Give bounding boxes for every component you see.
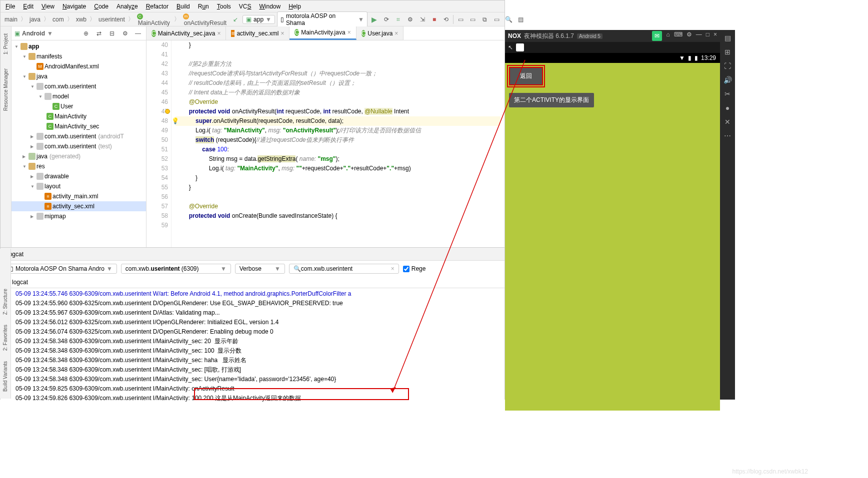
settings-icon[interactable]: ⚙ bbox=[686, 31, 692, 41]
bc-userintent[interactable]: userintent bbox=[98, 16, 126, 23]
profile-button[interactable]: ⚙ bbox=[406, 14, 416, 24]
tool-resource-manager[interactable]: Resource Manager bbox=[3, 66, 8, 113]
menu-window[interactable]: Window bbox=[257, 2, 282, 11]
volume-icon[interactable]: 🔊 bbox=[724, 76, 732, 84]
layout-inspector-button[interactable]: ⧉ bbox=[480, 14, 490, 24]
menu-tools[interactable]: Tools bbox=[215, 2, 233, 11]
tab-activity-sec-xml[interactable]: ≡activity_sec.xml× bbox=[226, 26, 290, 40]
menu-analyze[interactable]: Analyze bbox=[114, 2, 140, 11]
logcat-process-select[interactable]: com.xwb.userintent (6309)▼ bbox=[121, 264, 231, 274]
tree-res[interactable]: ▼res bbox=[12, 161, 146, 171]
tree-activity-main-xml[interactable]: ≡activity_main.xml bbox=[12, 191, 146, 201]
close-icon[interactable]: × bbox=[217, 30, 220, 37]
menu-run[interactable]: Run bbox=[196, 2, 211, 11]
menu-vcs[interactable]: VCS bbox=[237, 2, 254, 11]
run-config-select[interactable]: ▣ app ▼ bbox=[242, 15, 275, 24]
menu-help[interactable]: Help bbox=[286, 2, 303, 11]
sdk-button[interactable]: ▭ bbox=[468, 14, 478, 24]
emulator-titlebar[interactable]: NOX 夜神模拟器 6.6.1.7 Android 5 ✉ ⌂ ⌨ ⚙ — □ … bbox=[505, 30, 720, 42]
gutter[interactable]: 4041424344454647484950515253545556575859 bbox=[146, 40, 172, 247]
bc-java[interactable]: java bbox=[28, 16, 42, 23]
tree-java-generated[interactable]: ▶java(generated) bbox=[12, 151, 146, 161]
tool-build-variants[interactable]: Build Variants bbox=[2, 361, 8, 392]
tree-class-user[interactable]: CUser bbox=[12, 101, 146, 111]
tree-activity-sec-xml[interactable]: ≡activity_sec.xml bbox=[12, 201, 146, 211]
app-icon[interactable] bbox=[516, 43, 524, 51]
bc-method[interactable]: monActivityResult bbox=[182, 12, 228, 26]
tree-class-mainactivity-sec[interactable]: CMainActivity_sec bbox=[12, 121, 146, 131]
menu-refactor[interactable]: Refactor bbox=[144, 2, 170, 11]
settings-icon[interactable]: ⚙ bbox=[120, 28, 130, 38]
logcat-output[interactable]: 05-09 13:24:55.746 6309-6309/com.xwb.use… bbox=[16, 288, 504, 433]
project-view-select[interactable]: Android bbox=[22, 30, 45, 37]
menu-navigate[interactable]: Navigate bbox=[60, 2, 88, 11]
message-icon[interactable]: ✉ bbox=[652, 31, 662, 41]
structure-button[interactable]: ▤ bbox=[516, 14, 526, 24]
record-icon[interactable]: ● bbox=[726, 104, 730, 112]
volume-up-icon[interactable]: ▤ bbox=[724, 34, 731, 42]
collapse-all-icon[interactable]: ⊟ bbox=[107, 28, 117, 38]
menu-edit[interactable]: Edit bbox=[21, 2, 36, 11]
logcat-regex-checkbox[interactable]: Rege bbox=[403, 265, 426, 272]
stop-button[interactable]: ■ bbox=[430, 14, 440, 24]
tree-pkg-androidtest[interactable]: ▶com.xwb.userintent(androidT bbox=[12, 131, 146, 141]
resource-button[interactable]: ▭ bbox=[492, 14, 502, 24]
run-button[interactable]: ▶ bbox=[370, 14, 380, 24]
select-opened-file-icon[interactable]: ⊕ bbox=[81, 28, 91, 38]
tree-drawable[interactable]: ▶drawable bbox=[12, 171, 146, 181]
home-icon[interactable]: ⌂ bbox=[666, 31, 670, 41]
menu-build[interactable]: Build bbox=[174, 2, 192, 11]
return-button[interactable]: 返回 bbox=[509, 67, 543, 85]
expand-all-icon[interactable]: ⇄ bbox=[94, 28, 104, 38]
close-icon[interactable]: × bbox=[714, 31, 717, 41]
emulator-screen[interactable]: 返回 第二个ACTIVITY的显示界面 bbox=[505, 63, 720, 411]
search-button[interactable]: 🔍 bbox=[504, 14, 514, 24]
cursor-icon[interactable]: ↖ bbox=[508, 44, 513, 51]
avd-button[interactable]: ▭ bbox=[456, 14, 466, 24]
tab-mainactivity[interactable]: CMainActivity.java× bbox=[290, 26, 356, 40]
tree-app[interactable]: ▼app bbox=[12, 41, 146, 51]
tab-user[interactable]: CUser.java× bbox=[356, 26, 404, 40]
logcat-level-select[interactable]: Verbose▼ bbox=[235, 264, 285, 274]
debug-button[interactable]: ⌗ bbox=[394, 14, 404, 24]
tree-java[interactable]: ▼java bbox=[12, 71, 146, 81]
maximize-icon[interactable]: □ bbox=[706, 31, 710, 41]
menu-file[interactable]: File bbox=[4, 2, 17, 11]
close-icon[interactable]: × bbox=[280, 30, 284, 37]
minimize-icon[interactable]: — bbox=[696, 31, 702, 41]
bc-com[interactable]: com bbox=[52, 16, 65, 23]
close-icon[interactable]: × bbox=[348, 29, 351, 36]
device-select[interactable]: ▯ motorola AOSP on Shama ▼ bbox=[277, 11, 368, 27]
tree-pkg-userintent[interactable]: ▼com.xwb.userintent bbox=[12, 81, 146, 91]
bc-class[interactable]: CMainActivity bbox=[136, 12, 172, 26]
tree-manifests[interactable]: ▼manifests bbox=[12, 51, 146, 61]
make-button[interactable]: ↙ bbox=[230, 14, 240, 24]
close-icon[interactable]: × bbox=[394, 30, 398, 37]
attach-button[interactable]: ⇲ bbox=[418, 14, 428, 24]
tool-favorites[interactable]: 2: Favorites bbox=[2, 325, 8, 351]
logcat-filter-input[interactable]: 🔍 com.xwb.userintent× bbox=[289, 264, 399, 274]
tab-mainactivity-sec[interactable]: CMainActivity_sec.java× bbox=[146, 26, 226, 40]
logcat-device-select[interactable]: ▯Motorola AOSP On Shama Andro▼ bbox=[6, 264, 117, 274]
shake-icon[interactable]: ✕ bbox=[724, 118, 730, 126]
apply-changes-button[interactable]: ⟳ bbox=[382, 14, 392, 24]
tree-mipmap[interactable]: ▶mipmap bbox=[12, 211, 146, 221]
more-icon[interactable]: ⋯ bbox=[724, 132, 731, 140]
sync-button[interactable]: ⟲ bbox=[442, 14, 452, 24]
hide-icon[interactable]: — bbox=[133, 28, 143, 38]
tool-project[interactable]: 1: Project bbox=[3, 31, 8, 56]
keyboard-icon[interactable]: ⌨ bbox=[674, 31, 682, 41]
fullscreen-icon[interactable]: ⛶ bbox=[724, 62, 731, 70]
menu-view[interactable]: View bbox=[40, 2, 56, 11]
bc-xwb[interactable]: xwb bbox=[75, 16, 88, 23]
tree-layout[interactable]: ▼layout bbox=[12, 181, 146, 191]
tree-pkg-test[interactable]: ▶com.xwb.userintent(test) bbox=[12, 141, 146, 151]
tool-structure[interactable]: Z: Structure bbox=[2, 289, 8, 315]
location-icon[interactable]: ⊞ bbox=[724, 48, 730, 56]
project-tree[interactable]: ▼app ▼manifests MAndroidManifest.xml ▼ja… bbox=[12, 40, 146, 247]
code-content[interactable]: } //第2步重新方法 //requestCode请求码与startActivi… bbox=[172, 40, 504, 247]
tree-androidmanifest[interactable]: MAndroidManifest.xml bbox=[12, 61, 146, 71]
logcat-tab-label[interactable]: logcat bbox=[12, 279, 28, 286]
screenshot-icon[interactable]: ✂ bbox=[724, 90, 730, 98]
bc-main[interactable]: main bbox=[4, 16, 18, 23]
